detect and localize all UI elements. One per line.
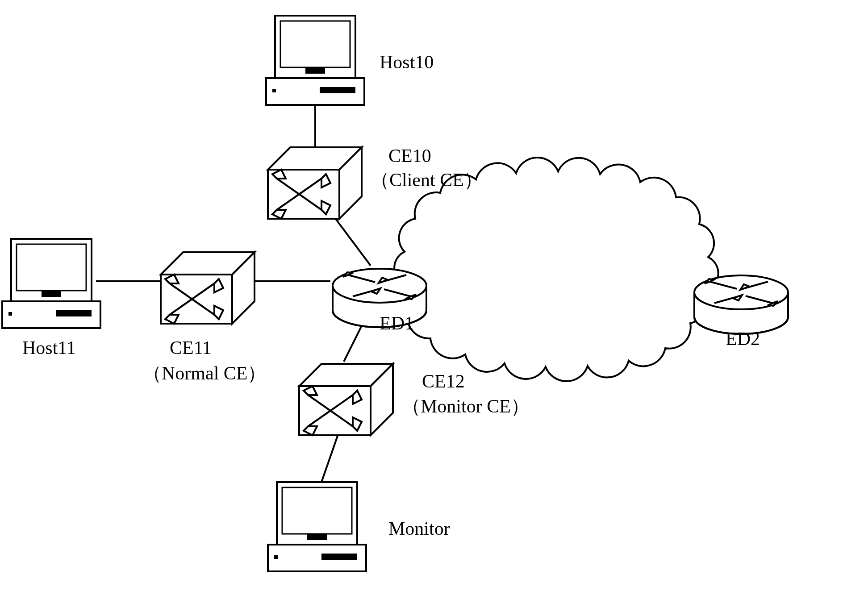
link-ce12-monitor — [321, 431, 339, 482]
ed2-label: ED2 — [726, 328, 760, 350]
ce10-label: CE10 — [388, 145, 431, 167]
host10-label: Host10 — [380, 51, 434, 73]
monitor-icon — [268, 482, 366, 571]
monitor-label: Monitor — [388, 518, 450, 539]
diagram-canvas: Host10 CE10 （Client CE） Host11 CE11 （Nor… — [0, 0, 868, 612]
host10-icon — [266, 16, 364, 105]
ce12-label: CE12 — [422, 371, 465, 392]
ed1-label: ED1 — [380, 312, 414, 334]
host11-label: Host11 — [22, 337, 76, 358]
ed2-icon — [694, 275, 788, 334]
ce12-sublabel: （Monitor CE） — [402, 394, 530, 419]
ce10-sublabel: （Client CE） — [371, 167, 483, 192]
ce10-icon — [268, 147, 362, 219]
host11-icon — [2, 239, 100, 328]
ce11-label: CE11 — [170, 337, 212, 358]
ce11-sublabel: （Normal CE） — [143, 361, 266, 386]
ce12-icon — [299, 364, 393, 435]
ce11-icon — [161, 252, 255, 324]
